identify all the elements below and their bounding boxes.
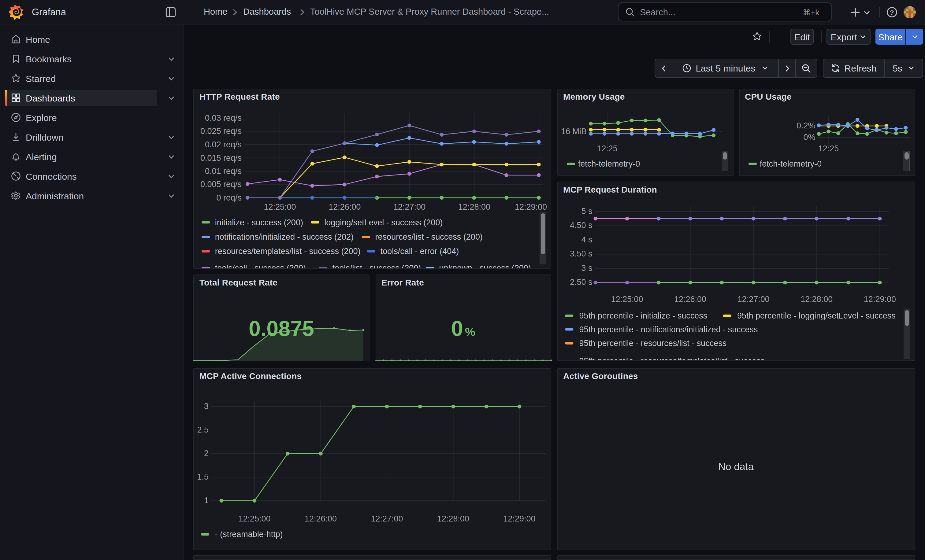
- svg-text:12:26:00: 12:26:00: [305, 514, 337, 523]
- svg-text:1: 1: [204, 496, 209, 505]
- svg-text:5 s: 5 s: [581, 206, 592, 216]
- svg-text:fetch-telemetry-0: fetch-telemetry-0: [578, 159, 640, 168]
- svg-text:95th percentile - resources/li: 95th percentile - resources/list - succe…: [579, 338, 726, 348]
- svg-text:12:28:00: 12:28:00: [800, 294, 832, 303]
- svg-text:12:27:00: 12:27:00: [737, 294, 769, 303]
- svg-text:12:25: 12:25: [818, 144, 839, 153]
- svg-text:95th percentile - logging/setL: 95th percentile - logging/setLevel - suc…: [737, 311, 895, 320]
- svg-text:95th percentile - resources/te: 95th percentile - resources/templates/li…: [579, 356, 764, 365]
- svg-text:tools/call - error (404): tools/call - error (404): [381, 247, 459, 256]
- svg-text:2: 2: [204, 449, 209, 458]
- svg-text:95th percentile - notification: 95th percentile - notifications/initiali…: [579, 324, 758, 334]
- svg-text:0 req/s: 0 req/s: [216, 193, 242, 203]
- svg-text:1.5: 1.5: [197, 472, 209, 482]
- svg-text:resources/list - success (200): resources/list - success (200): [375, 232, 483, 242]
- svg-text:3 s: 3 s: [581, 263, 592, 272]
- svg-text:0.03 req/s: 0.03 req/s: [205, 113, 242, 123]
- svg-text:2.50 s: 2.50 s: [569, 277, 592, 287]
- svg-text:12:27:00: 12:27:00: [393, 203, 425, 212]
- svg-text:12:29:00: 12:29:00: [515, 203, 547, 212]
- svg-text:%: %: [465, 326, 475, 338]
- svg-text:0.02 req/s: 0.02 req/s: [205, 140, 242, 149]
- svg-text:0.0875: 0.0875: [249, 317, 314, 341]
- svg-text:12:29:00: 12:29:00: [503, 514, 535, 523]
- svg-text:12:25:00: 12:25:00: [264, 203, 296, 212]
- svg-text:12:29:00: 12:29:00: [863, 294, 896, 303]
- svg-text:tools/call - success (200): tools/call - success (200): [215, 263, 306, 273]
- svg-text:resources/templates/list - suc: resources/templates/list - success (200): [215, 247, 361, 256]
- svg-text:12:26:00: 12:26:00: [674, 294, 706, 303]
- svg-text:0.005 req/s: 0.005 req/s: [200, 180, 242, 189]
- svg-text:unknown - success (200): unknown - success (200): [439, 263, 531, 273]
- svg-text:fetch-telemetry-0: fetch-telemetry-0: [759, 159, 822, 168]
- svg-text:12:25:00: 12:25:00: [610, 294, 643, 303]
- svg-text:3.50 s: 3.50 s: [569, 249, 592, 258]
- svg-text:?: ?: [890, 9, 894, 16]
- svg-text:0: 0: [451, 317, 463, 341]
- svg-text:12:25:00: 12:25:00: [238, 514, 270, 523]
- svg-text:0.025 req/s: 0.025 req/s: [200, 126, 242, 136]
- svg-text:4.50 s: 4.50 s: [569, 221, 592, 230]
- svg-text:0.01 req/s: 0.01 req/s: [205, 167, 242, 176]
- svg-text:initialize - success (200): initialize - success (200): [215, 218, 303, 227]
- svg-text:95th percentile - initialize -: 95th percentile - initialize - success: [579, 311, 707, 320]
- svg-text:12:28:00: 12:28:00: [458, 203, 490, 212]
- svg-text:0.015 req/s: 0.015 req/s: [200, 153, 242, 163]
- svg-text:2.5: 2.5: [197, 425, 209, 434]
- svg-text:0%: 0%: [803, 133, 815, 142]
- svg-text:12:26:00: 12:26:00: [328, 203, 361, 212]
- svg-text:12:27:00: 12:27:00: [371, 514, 403, 523]
- svg-text:4 s: 4 s: [581, 235, 592, 244]
- svg-text:3: 3: [204, 402, 209, 411]
- svg-text:notifications/initialized - su: notifications/initialized - success (202…: [215, 232, 354, 242]
- svg-text:- (streamable-http): - (streamable-http): [215, 530, 283, 539]
- svg-text:12:25: 12:25: [597, 144, 617, 153]
- svg-text:tools/list - success (200): tools/list - success (200): [333, 263, 421, 273]
- svg-text:12:28:00: 12:28:00: [437, 514, 469, 523]
- svg-text:0.2%: 0.2%: [796, 121, 815, 130]
- svg-text:16 MiB: 16 MiB: [561, 127, 586, 136]
- svg-text:logging/setLevel - success (20: logging/setLevel - success (200): [324, 218, 443, 227]
